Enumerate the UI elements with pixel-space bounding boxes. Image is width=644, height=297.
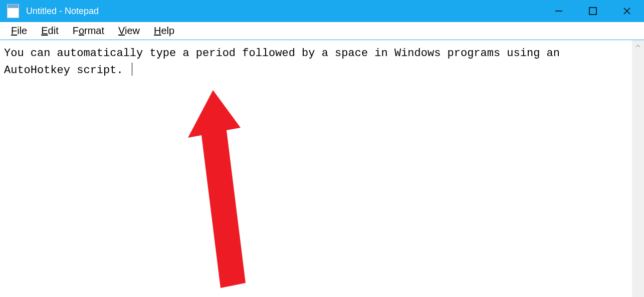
maximize-button[interactable]: [576, 0, 610, 22]
titlebar[interactable]: Untitled - Notepad: [0, 0, 644, 22]
editor-textarea[interactable]: You can automatically type a period foll…: [0, 40, 632, 297]
menu-view[interactable]: View: [111, 23, 147, 39]
menu-hotkey: E: [41, 25, 48, 36]
menubar: File Edit Format View Help: [0, 22, 644, 40]
window-controls: [542, 0, 644, 22]
menu-hotkey: F: [11, 25, 17, 36]
menu-hotkey: o: [79, 25, 84, 36]
svg-rect-1: [589, 8, 596, 15]
menu-hotkey: V: [118, 25, 125, 36]
close-button[interactable]: [610, 0, 644, 22]
menu-file[interactable]: File: [4, 23, 34, 39]
menu-edit[interactable]: Edit: [34, 23, 65, 39]
vertical-scrollbar[interactable]: [632, 40, 644, 297]
menu-hotkey: H: [154, 25, 161, 36]
editor-text: You can automatically type a period foll…: [4, 47, 566, 77]
window-title: Untitled - Notepad: [26, 6, 542, 17]
menu-format[interactable]: Format: [66, 23, 111, 39]
content-area: You can automatically type a period foll…: [0, 40, 644, 297]
scroll-up-icon[interactable]: [632, 40, 644, 52]
notepad-app-icon: [7, 4, 19, 18]
minimize-button[interactable]: [542, 0, 576, 22]
text-cursor-icon: [132, 63, 132, 76]
menu-help[interactable]: Help: [147, 23, 181, 39]
